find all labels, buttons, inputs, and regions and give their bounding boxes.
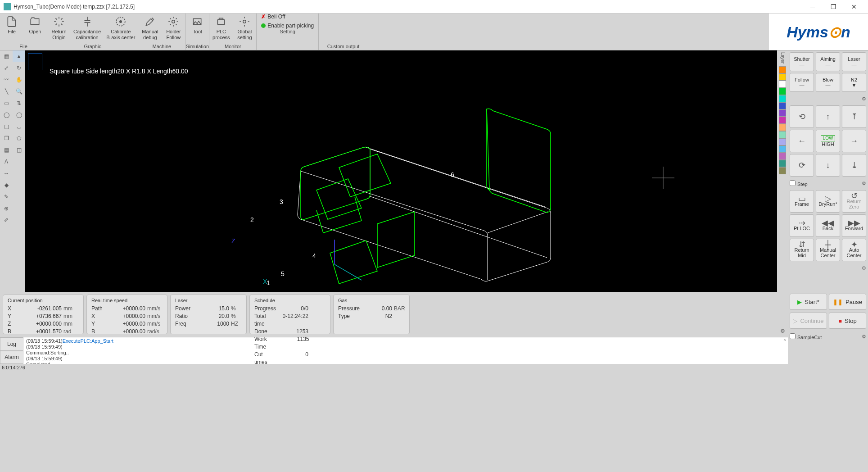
layer-swatch-14[interactable] — [779, 167, 786, 174]
gear-icon[interactable]: ⚙ — [862, 96, 866, 102]
brush-tool[interactable]: ✐ — [0, 214, 13, 226]
fill-tool[interactable]: ◆ — [0, 179, 13, 191]
start-button[interactable]: ▶Start* — [790, 294, 827, 310]
n2-button[interactable]: N2▼ — [842, 73, 866, 92]
jog-right-button[interactable]: → — [842, 130, 866, 152]
ellipse-tool[interactable]: ◯ — [13, 109, 25, 121]
line-tool[interactable]: ╲ — [0, 86, 13, 97]
layer-swatch-10[interactable] — [779, 138, 786, 145]
pointer-tool[interactable]: ▲ — [13, 50, 25, 62]
target-tool[interactable]: ⊕ — [0, 203, 13, 214]
move-tool[interactable]: ↔ — [0, 168, 13, 179]
copy-tool[interactable]: ❐ — [0, 132, 13, 144]
plc-process-button[interactable]: PLC process — [209, 14, 233, 44]
paint-tool[interactable]: ✎ — [0, 191, 13, 203]
frame-button[interactable]: ▭Frame — [790, 190, 814, 213]
follow-button[interactable]: Follow— — [790, 73, 814, 92]
jog-up-button[interactable]: ↑ — [816, 105, 840, 128]
holder-follow-button[interactable]: Holder Follow — [162, 14, 185, 44]
step-checkbox[interactable]: Step — [790, 180, 808, 187]
rotate-tool[interactable]: ↻ — [13, 62, 25, 74]
zoom-tool[interactable]: 🔍 — [13, 86, 25, 97]
dryrun-button[interactable]: ▷DryRun* — [816, 190, 840, 213]
select-tool[interactable]: ▢ — [0, 121, 13, 132]
brand-logo: Hyms⊙n — [787, 23, 850, 41]
curve-tool[interactable]: 〰 — [0, 74, 13, 86]
layer-swatch-2[interactable] — [779, 81, 786, 88]
laser-box: Laser Power15.0% Ratio20.0% Freq1000HZ — [170, 295, 247, 334]
bell-off-toggle[interactable]: ✗Bell Off — [261, 14, 314, 20]
jog-ccw-button[interactable]: ⟲ — [790, 105, 814, 128]
return-zero-button[interactable]: ↺Return Zero — [842, 190, 866, 213]
log-content[interactable]: (09/13 15:59:41)ExecutePLC:App_Start (09… — [23, 337, 788, 364]
rect-tool[interactable]: ▭ — [0, 97, 13, 109]
return-origin-button[interactable]: Return Origin — [47, 14, 71, 44]
jog-left-button[interactable]: ← — [790, 130, 814, 152]
file-button[interactable]: File — [0, 14, 23, 44]
pan-tool[interactable]: ✋ — [13, 74, 25, 86]
maximize-button[interactable]: ❐ — [823, 0, 844, 14]
open-button[interactable]: Open — [23, 14, 47, 44]
gear-icon-status[interactable]: ⚙ — [780, 328, 785, 334]
layer-swatch-13[interactable] — [779, 160, 786, 167]
arc-tool[interactable]: ◡ — [13, 121, 25, 132]
tool-button[interactable]: Tool — [185, 14, 209, 44]
layer-swatch-0[interactable] — [779, 66, 786, 73]
aiming-button[interactable]: Aiming— — [816, 52, 840, 71]
layer-swatch-1[interactable] — [779, 73, 786, 81]
forward-button[interactable]: ▶▶Forward — [842, 214, 866, 237]
manual-center-button[interactable]: ┼Manual Center — [816, 239, 840, 261]
jog-raise-button[interactable]: ⤒ — [842, 105, 866, 128]
shutter-button[interactable]: Shutter— — [790, 52, 814, 71]
action-panel: ▶Start* ❚❚Pause ▷Continue ■Stop SampleCu… — [788, 292, 868, 373]
cal-b-button[interactable]: Calibrate B-axis center — [104, 14, 138, 44]
cap-cal-button[interactable]: Capacitance calibration — [71, 14, 104, 44]
layer-swatch-9[interactable] — [779, 131, 786, 138]
back-button[interactable]: ◀◀Back — [816, 214, 840, 237]
layer-swatch-12[interactable] — [779, 153, 786, 160]
zoom-fit-tool[interactable]: ⤢ — [0, 62, 13, 74]
layer-swatch-6[interactable] — [779, 109, 786, 117]
manual-debug-button[interactable]: Manual debug — [138, 14, 162, 44]
layer-swatch-5[interactable] — [779, 102, 786, 109]
gear-icon-action[interactable]: ⚙ — [862, 334, 866, 340]
global-setting-button[interactable]: Global setting — [233, 14, 256, 44]
circle-tool[interactable]: ◯ — [0, 109, 13, 121]
pause-button[interactable]: ❚❚Pause — [829, 294, 866, 310]
canvas-viewport[interactable]: Square tube Side length20 X R1.8 X Lengt… — [25, 50, 777, 292]
laser-button[interactable]: Laser— — [842, 52, 866, 71]
text-tool[interactable]: A — [0, 156, 13, 168]
layer-swatch-7[interactable] — [779, 117, 786, 124]
low-label: LOW — [821, 135, 836, 141]
enable-part-picking-toggle[interactable]: Enable part-picking — [261, 23, 314, 29]
continue-button[interactable]: ▷Continue — [790, 313, 827, 329]
minimize-button[interactable]: ─ — [802, 0, 823, 14]
close-button[interactable]: ✕ — [844, 0, 864, 14]
grid-tool[interactable]: ▦ — [0, 50, 13, 62]
auto-center-button[interactable]: ✦Auto Center — [842, 239, 866, 261]
blow-button[interactable]: Blow— — [816, 73, 840, 92]
layer-swatch-8[interactable] — [779, 124, 786, 131]
array-tool[interactable]: ▤ — [0, 144, 13, 156]
samplecut-checkbox[interactable]: SampleCut — [790, 333, 822, 340]
speed-toggle-button[interactable]: LOWHIGH — [816, 130, 840, 152]
stop-button[interactable]: ■Stop — [829, 313, 866, 329]
layer-header: Layer — [780, 52, 785, 64]
arrow-right-icon: → — [850, 138, 858, 144]
alarm-tab[interactable]: Alarm — [0, 351, 23, 364]
scroll-up-icon[interactable]: ^ — [784, 338, 786, 344]
log-tab[interactable]: Log — [0, 337, 23, 351]
jog-lower-button[interactable]: ⤓ — [842, 154, 866, 177]
ptloc-button[interactable]: ⇢Pt LOC — [790, 214, 814, 237]
mirror-tool[interactable]: ◫ — [13, 144, 25, 156]
return-mid-button[interactable]: ⇵Return Mid — [790, 239, 814, 261]
layer-swatch-4[interactable] — [779, 95, 786, 102]
jog-cw-button[interactable]: ⟳ — [790, 154, 814, 177]
jog-down-button[interactable]: ↓ — [816, 154, 840, 177]
layer-swatch-11[interactable] — [779, 145, 786, 153]
sort-tool[interactable]: ⇅ — [13, 97, 25, 109]
gear-icon-3[interactable]: ⚙ — [862, 265, 866, 271]
polygon-tool[interactable]: ⬠ — [13, 132, 25, 144]
layer-swatch-3[interactable] — [779, 88, 786, 95]
gear-icon-2[interactable]: ⚙ — [862, 181, 866, 186]
